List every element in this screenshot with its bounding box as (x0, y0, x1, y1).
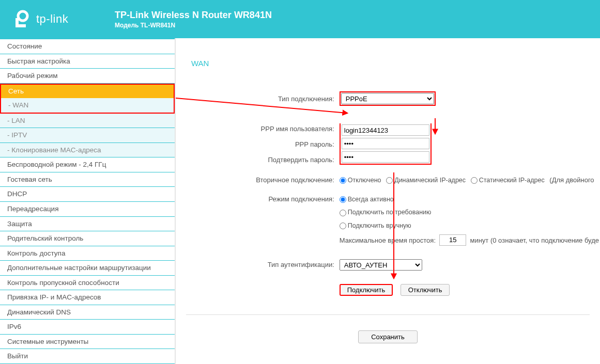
sidebar-item-ipv6[interactable]: IPv6 (0, 320, 175, 335)
sidebar-item-security[interactable]: Защита (0, 217, 175, 232)
sidebar-item-bind[interactable]: Привязка IP- и MAC-адресов (0, 290, 175, 305)
radio-secondary-dyn-wrap[interactable]: Динамический IP-адрес (386, 177, 466, 184)
label-conn-mode: Режим подключения: (177, 193, 339, 205)
sidebar-item-mode[interactable]: Рабочий режим (0, 69, 175, 84)
label-secondary: Вторичное подключение: (177, 174, 339, 186)
radio-mode-manual[interactable] (340, 223, 346, 229)
input-ppp-pass[interactable] (342, 138, 429, 149)
brand-logo: tp-link (11, 9, 115, 29)
sidebar-item-network[interactable]: Сеть (0, 84, 175, 99)
sidebar-item-quick[interactable]: Быстрая настройка (0, 54, 175, 69)
separator (186, 314, 590, 315)
radio-mode-always-wrap[interactable]: Всегда активно (340, 196, 394, 203)
label-idle: Максимальное время простоя: (340, 236, 436, 244)
svg-point-0 (18, 11, 27, 21)
sidebar-item-fwd[interactable]: Переадресация (0, 202, 175, 217)
input-ppp-conf[interactable] (342, 151, 429, 163)
sidebar-item-logout[interactable]: Выйти (0, 349, 175, 364)
input-ppp-user[interactable] (342, 124, 429, 136)
radio-secondary-off[interactable] (340, 177, 346, 184)
tplink-icon (11, 9, 32, 29)
label-ppp-user: PPP имя пользователя: (177, 121, 339, 136)
text-secondary-extra: (Для двойного (549, 176, 594, 184)
radio-mode-always[interactable] (340, 196, 346, 203)
sidebar-item-route[interactable]: Дополнительные настройки маршрутизации (0, 261, 175, 276)
radio-secondary-stat[interactable] (471, 177, 478, 184)
page-subtitle: Модель TL-WR841N (115, 22, 272, 29)
main-panel: WAN Тип подключения: PPPoE (175, 38, 600, 364)
sidebar-sub-macclone[interactable]: - Клонирование MAC-адреса (0, 143, 175, 158)
sidebar-item-bw[interactable]: Контроль пропускной способности (0, 276, 175, 291)
select-conn-type[interactable]: PPPoE (341, 93, 434, 104)
radio-secondary-dyn[interactable] (386, 177, 393, 184)
label-ppp-conf: Подтвердить пароль: (177, 152, 339, 167)
sidebar-item-wireless[interactable]: Беспроводной режим - 2,4 ГГц (0, 157, 175, 172)
select-auth-type[interactable]: АВТО_АУТЕН (340, 259, 422, 271)
brand-text: tp-link (36, 12, 68, 26)
label-ppp-pass: PPP пароль: (177, 137, 339, 151)
page-title: TP-Link Wireless N Router WR841N (115, 9, 272, 21)
radio-secondary-stat-wrap[interactable]: Статический IP-адрес (471, 177, 545, 184)
radio-mode-demand[interactable] (340, 210, 346, 216)
sidebar-item-ddns[interactable]: Динамический DNS (0, 305, 175, 320)
svg-rect-2 (16, 24, 26, 27)
save-button[interactable]: Сохранить (358, 330, 418, 343)
sidebar-item-tools[interactable]: Системные инструменты (0, 335, 175, 350)
label-conn-type: Тип подключения: (177, 89, 339, 108)
input-idle-time[interactable] (439, 234, 466, 246)
radio-mode-manual-wrap[interactable]: Подключить вручную (340, 222, 411, 229)
sidebar-sub-wan[interactable]: - WAN (0, 98, 175, 114)
connect-button[interactable]: Подключить (340, 284, 393, 296)
sidebar-item-guest[interactable]: Гостевая сеть (0, 172, 175, 187)
radio-secondary-off-wrap[interactable]: Отключено (340, 177, 381, 184)
sidebar-item-dhcp[interactable]: DHCP (0, 187, 175, 202)
disconnect-button[interactable]: Отключить (401, 284, 450, 296)
sidebar-item-parent[interactable]: Родительский контроль (0, 231, 175, 246)
sidebar-item-status[interactable]: Состояние (0, 39, 175, 54)
sidebar-item-access[interactable]: Контроль доступа (0, 246, 175, 261)
label-idle-unit: минут (0 означает, что подключение буде (470, 236, 599, 244)
sidebar: Состояние Быстрая настройка Рабочий режи… (0, 38, 175, 364)
header-bar: tp-link TP-Link Wireless N Router WR841N… (0, 0, 600, 38)
section-heading-wan: WAN (191, 59, 600, 68)
sidebar-sub-iptv[interactable]: - IPTV (0, 128, 175, 143)
radio-mode-demand-wrap[interactable]: Подключить по требованию (340, 209, 432, 216)
label-auth: Тип аутентификации: (177, 257, 339, 273)
sidebar-sub-lan[interactable]: - LAN (0, 114, 175, 129)
